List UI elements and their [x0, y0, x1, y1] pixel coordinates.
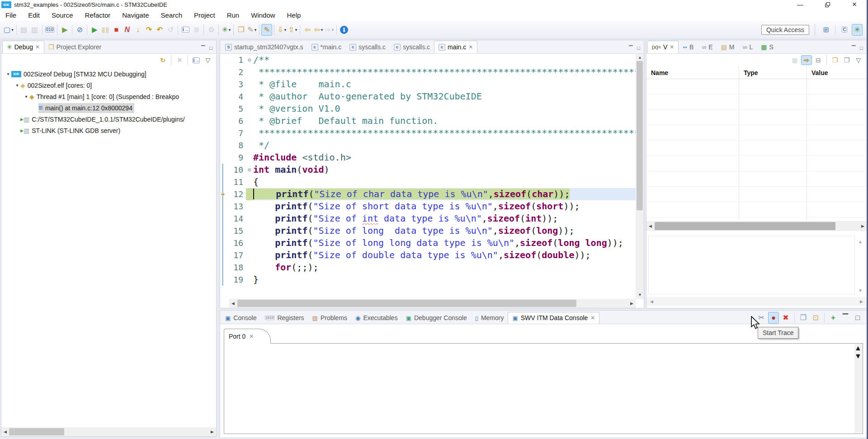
- menu-navigate[interactable]: Navigate: [122, 11, 149, 19]
- open-perspective-button[interactable]: ⊞: [821, 24, 831, 36]
- menu-file[interactable]: File: [5, 11, 16, 19]
- dropdown-arrow-icon[interactable]: ▾: [11, 28, 14, 32]
- debug-panel-minimize-icon[interactable]: ▔: [201, 46, 205, 51]
- instruction-mode-button[interactable]: i→: [191, 55, 202, 65]
- close-tab-icon[interactable]: ✕: [35, 44, 40, 50]
- open-element-button[interactable]: ❒: [236, 24, 246, 36]
- line-number[interactable]: 16: [226, 237, 246, 249]
- menu-source[interactable]: Source: [52, 11, 73, 19]
- line-number[interactable]: 19: [226, 274, 246, 286]
- step-return-button[interactable]: ↶: [154, 24, 165, 36]
- editor-minimize-icon[interactable]: ▔: [629, 46, 632, 51]
- detail-scroll-down[interactable]: ▼: [857, 288, 864, 293]
- show-disassembly-button[interactable]: ≣: [191, 24, 202, 36]
- pen-button[interactable]: ✎▾: [246, 24, 257, 36]
- dropdown-arrow-icon[interactable]: ▾: [229, 28, 231, 32]
- code-line-19[interactable]: 19}: [220, 274, 636, 286]
- quick-access-button[interactable]: Quick Access: [761, 25, 809, 35]
- console-tab-debugger-console[interactable]: ▣Debugger Console: [402, 312, 471, 324]
- debug-panel-hscrollbar[interactable]: ◀ ▶: [1, 427, 216, 436]
- dropdown-arrow-icon[interactable]: ▾: [284, 28, 287, 32]
- last-edit-button[interactable]: ⇦: [302, 24, 313, 36]
- instruction-stepping-button[interactable]: i→: [180, 24, 191, 36]
- drop-to-frame-button[interactable]: ↺: [165, 24, 176, 36]
- view-menu-button[interactable]: ▽: [853, 55, 864, 65]
- start-trace-button[interactable]: ●: [768, 312, 779, 324]
- menu-refactor[interactable]: Refactor: [85, 11, 111, 19]
- pin-view-button[interactable]: ❒: [841, 55, 852, 65]
- console-tab-memory[interactable]: ▯Memory: [471, 312, 508, 324]
- line-number[interactable]: 14: [226, 212, 246, 225]
- save-all-button[interactable]: ▥: [29, 24, 40, 36]
- port-0-tab[interactable]: Port 0 ✕: [224, 329, 271, 344]
- column-type[interactable]: Type: [739, 66, 807, 79]
- clear-console-button[interactable]: ❒: [798, 312, 809, 324]
- vars-tab-m[interactable]: ▤M: [717, 41, 739, 53]
- code-line-10[interactable]: 10⊖int main(void): [220, 164, 636, 176]
- code-line-1[interactable]: 1⊖/**: [220, 54, 636, 66]
- code-line-15[interactable]: 15 printf("Size of long data type is %u\…: [220, 225, 636, 237]
- variables-hscrollbar[interactable]: ◀ ▶: [646, 221, 867, 231]
- code-line-4[interactable]: 4 * @author Auto-generated by STM32CubeI…: [220, 90, 636, 103]
- debug-tab-project-explorer[interactable]: ❒Project Explorer: [44, 41, 105, 53]
- line-number[interactable]: 9: [226, 151, 246, 164]
- code-line-11[interactable]: 11{: [220, 176, 636, 188]
- new-wizard-button[interactable]: ▢▾: [3, 24, 14, 36]
- minimize-view-button[interactable]: ▔: [840, 312, 851, 324]
- line-number[interactable]: 10: [226, 164, 246, 176]
- dropdown-arrow-icon[interactable]: ▾: [255, 28, 257, 32]
- line-number[interactable]: 8: [226, 139, 246, 151]
- code-line-8[interactable]: 8 */: [220, 139, 636, 151]
- highlight-pen-button[interactable]: ✎: [261, 24, 272, 36]
- vars-tab-v[interactable]: (x)=V✕: [647, 41, 679, 53]
- code-line-14[interactable]: 14 printf("Size of int data type is %u\n…: [220, 212, 636, 225]
- code-line-18[interactable]: 18 for(;;);: [220, 261, 636, 274]
- editor-hscrollbar[interactable]: ◀ ▶: [229, 299, 636, 308]
- console-tab-registers[interactable]: 1010Registers: [261, 312, 308, 324]
- view-menu-button[interactable]: ▽: [203, 55, 213, 65]
- itm-console-output[interactable]: ▲ ▼: [224, 343, 863, 434]
- new-view-button[interactable]: ❒: [830, 55, 840, 65]
- vars-tab-e[interactable]: ∞E: [698, 41, 717, 53]
- vars-tab-b[interactable]: ●●B: [679, 41, 698, 53]
- variables-table-body[interactable]: [646, 79, 867, 220]
- editor-tab-main.c[interactable]: cmain.c✕: [434, 41, 477, 53]
- close-window-button[interactable]: ×: [841, 0, 868, 9]
- fold-collapse-icon[interactable]: ⊖: [246, 164, 253, 176]
- column-value[interactable]: Value: [807, 66, 867, 79]
- vars-tab-l[interactable]: ∞L: [739, 41, 757, 53]
- line-number[interactable]: 13: [226, 200, 246, 212]
- save-button[interactable]: ▤: [19, 24, 29, 36]
- console-vscrollbar[interactable]: ▲ ▼: [854, 344, 862, 433]
- maximize-view-button[interactable]: □: [852, 312, 863, 324]
- menu-search[interactable]: Search: [160, 11, 182, 19]
- step-into-button[interactable]: ↓: [132, 24, 143, 36]
- line-number[interactable]: 2: [226, 66, 246, 78]
- resume-button[interactable]: ▶: [89, 24, 100, 36]
- console-tab-executables[interactable]: ◉Executables: [351, 312, 402, 324]
- profile-button[interactable]: ⚙: [206, 24, 217, 36]
- expander-icon[interactable]: ▾: [23, 94, 29, 99]
- editor-tab-main.c[interactable]: c*main.c: [307, 41, 346, 53]
- menu-edit[interactable]: Edit: [28, 11, 40, 19]
- code-line-16[interactable]: 16 printf("Size of long long data type i…: [220, 237, 636, 249]
- line-number[interactable]: 12: [226, 188, 246, 200]
- console-tab-swv-itm-data-console[interactable]: ▣SWV ITM Data Console✕: [508, 312, 599, 324]
- line-number[interactable]: 11: [226, 176, 246, 188]
- console-tab-problems[interactable]: ▨Problems: [308, 312, 351, 324]
- collapse-all-button[interactable]: ⊟: [813, 55, 824, 65]
- line-number[interactable]: 6: [226, 115, 246, 127]
- menu-help[interactable]: Help: [287, 11, 301, 19]
- scroll-lock-button[interactable]: ⊡: [810, 312, 821, 324]
- menu-run[interactable]: Run: [227, 11, 240, 19]
- debug-panel-maximize-icon[interactable]: □: [209, 46, 212, 51]
- code-line-7[interactable]: 7 **************************************…: [220, 127, 636, 139]
- debug-tab-debug[interactable]: ✳Debug✕: [2, 41, 44, 53]
- editor-tab-syscalls.c[interactable]: csyscalls.c: [345, 41, 390, 53]
- debug-tree-item[interactable]: ▾◆Thread #1 [main] 1 [core: 0] (Suspende…: [1, 91, 216, 102]
- vars-tab-s[interactable]: ▦S: [757, 41, 778, 53]
- suspend-button[interactable]: ▮▮: [100, 24, 111, 36]
- expander-icon[interactable]: ▾: [14, 83, 20, 88]
- console-tab-console[interactable]: ▣Console: [221, 312, 261, 324]
- forward-button[interactable]: ⇨▾: [324, 24, 335, 36]
